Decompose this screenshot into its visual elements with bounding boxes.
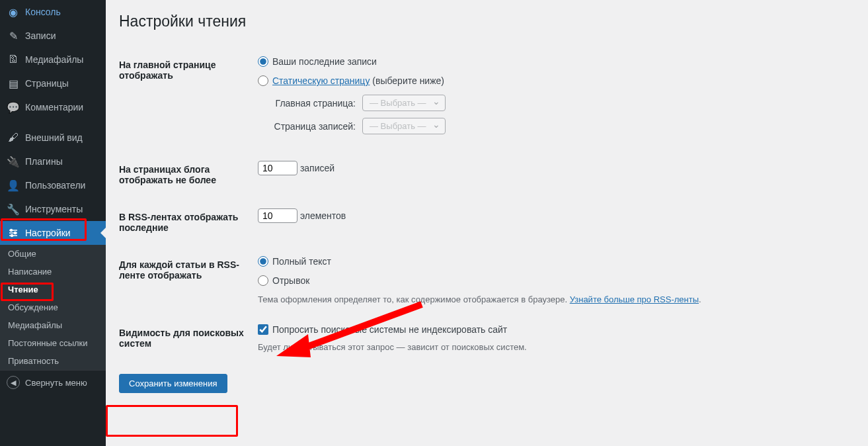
- rss-items-unit: элементов: [300, 210, 346, 221]
- radio-latest-posts-input[interactable]: [258, 56, 268, 67]
- radio-full-text[interactable]: Полный текст: [258, 256, 331, 267]
- radio-latest-posts[interactable]: Ваши последние записи: [258, 56, 377, 67]
- comment-icon: 💬: [7, 101, 20, 114]
- noindex-checkbox-label[interactable]: Попросить поисковые системы не индексиро…: [258, 324, 507, 335]
- front-page-label: На главной странице отображать: [119, 46, 251, 151]
- radio-static-page-input[interactable]: [258, 75, 268, 86]
- posts-page-select[interactable]: — Выбрать —: [362, 118, 446, 134]
- sidebar-item-posts[interactable]: ✎ Записи: [0, 24, 106, 48]
- main-content: Настройки чтения На главной странице ото…: [106, 0, 868, 446]
- sidebar-item-label: Инструменты: [25, 204, 83, 214]
- radio-excerpt-input[interactable]: [258, 275, 268, 286]
- radio-latest-posts-text: Ваши последние записи: [272, 56, 377, 67]
- sidebar-item-users[interactable]: 👤 Пользователи: [0, 173, 106, 197]
- sidebar-item-label: Медиафайлы: [25, 54, 83, 65]
- noindex-checkbox-text: Попросить поисковые системы не индексиро…: [272, 324, 507, 335]
- users-icon: 👤: [7, 179, 20, 192]
- sidebar-item-label: Записи: [25, 30, 56, 41]
- rss-description: Тема оформления определяет то, как содер…: [258, 294, 848, 304]
- radio-full-text-input[interactable]: [258, 256, 268, 267]
- sidebar-item-plugins[interactable]: 🔌 Плагины: [0, 150, 106, 173]
- rss-learn-more-link[interactable]: Узнайте больше про RSS-ленты: [570, 294, 699, 304]
- submenu-privacy[interactable]: Приватность: [0, 352, 106, 370]
- static-page-link[interactable]: Статическую страницу: [272, 75, 370, 86]
- sidebar-item-console[interactable]: ◉ Консоль: [0, 0, 106, 24]
- sidebar-item-label: Комментарии: [25, 102, 83, 112]
- sidebar-item-label: Настройки: [25, 228, 71, 238]
- sidebar-item-comments[interactable]: 💬 Комментарии: [0, 95, 106, 119]
- sidebar-item-label: Консоль: [25, 7, 61, 17]
- sidebar-item-settings[interactable]: Настройки: [0, 221, 106, 245]
- sidebar-item-pages[interactable]: ▤ Страницы: [0, 71, 106, 95]
- submenu-permalinks[interactable]: Постоянные ссылки: [0, 334, 106, 352]
- seo-visibility-label: Видимость для поисковых систем: [119, 314, 251, 362]
- rss-count-label: В RSS-лентах отображать последние: [119, 199, 251, 246]
- annotation-highlight: [106, 405, 238, 437]
- sidebar-item-label: Плагины: [25, 156, 63, 167]
- submenu-reading[interactable]: Чтение: [0, 281, 106, 298]
- submenu-media[interactable]: Медиафайлы: [0, 316, 106, 334]
- plug-icon: 🔌: [7, 155, 20, 168]
- sidebar-item-label: Внешний вид: [25, 132, 83, 143]
- radio-static-page[interactable]: Статическую страницу (выберите ниже): [258, 75, 444, 86]
- sidebar-item-appearance[interactable]: 🖌 Внешний вид: [0, 126, 106, 150]
- radio-excerpt-label: Отрывок: [272, 275, 309, 286]
- radio-full-text-label: Полный текст: [272, 256, 331, 267]
- collapse-label: Свернуть меню: [25, 378, 87, 388]
- chevron-left-icon: ◀: [7, 376, 20, 389]
- rss-each-label: Для каждой статьи в RSS-ленте отображать: [119, 246, 251, 314]
- seo-description: Будет ли учитываться этот запрос — завис…: [258, 342, 848, 352]
- submenu-discussion[interactable]: Обсуждение: [0, 298, 106, 316]
- page-title: Настройки чтения: [119, 7, 855, 33]
- save-button[interactable]: Сохранить изменения: [119, 374, 227, 393]
- posts-per-page-unit: записей: [300, 163, 335, 173]
- posts-per-page-input[interactable]: [258, 161, 297, 175]
- sliders-icon: [7, 226, 20, 240]
- noindex-checkbox[interactable]: [258, 324, 268, 335]
- sidebar-item-label: Пользователи: [25, 180, 85, 191]
- dashboard-icon: ◉: [7, 5, 20, 19]
- media-icon: 🖻: [7, 53, 20, 66]
- sidebar-item-label: Страницы: [25, 78, 69, 89]
- page-icon: ▤: [7, 77, 20, 90]
- blog-pages-label: На страницах блога отображать не более: [119, 151, 251, 199]
- collapse-menu[interactable]: ◀ Свернуть меню: [0, 370, 106, 394]
- brush-icon: 🖌: [7, 131, 20, 144]
- submenu-general[interactable]: Общие: [0, 245, 106, 263]
- homepage-select-label: Главная страница:: [271, 98, 356, 109]
- admin-sidebar: ◉ Консоль ✎ Записи 🖻 Медиафайлы ▤ Страни…: [0, 0, 106, 446]
- radio-excerpt[interactable]: Отрывок: [258, 275, 309, 286]
- rss-items-input[interactable]: [258, 208, 297, 223]
- pin-icon: ✎: [7, 29, 20, 42]
- wrench-icon: 🔧: [7, 202, 20, 216]
- svg-point-4: [15, 232, 17, 234]
- submenu-writing[interactable]: Написание: [0, 263, 106, 281]
- sidebar-item-tools[interactable]: 🔧 Инструменты: [0, 197, 106, 221]
- settings-submenu: Общие Написание Чтение Обсуждение Медиаф…: [0, 245, 106, 370]
- homepage-select[interactable]: — Выбрать —: [362, 95, 446, 111]
- static-page-hint: (выберите ниже): [372, 75, 444, 86]
- sidebar-item-media[interactable]: 🖻 Медиафайлы: [0, 48, 106, 71]
- posts-page-select-label: Страница записей:: [271, 121, 356, 132]
- svg-point-5: [11, 235, 13, 237]
- svg-point-3: [11, 230, 13, 232]
